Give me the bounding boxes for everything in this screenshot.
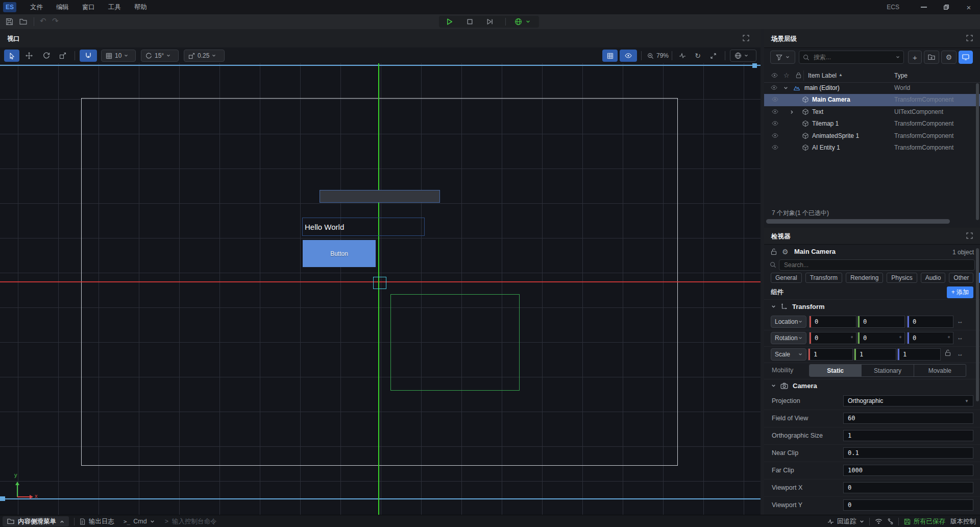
far-clip-input[interactable]: 1000 <box>843 465 973 476</box>
inspector-search-box[interactable] <box>779 259 975 271</box>
link-axes-icon[interactable]: ↔ <box>957 334 963 341</box>
projection-dropdown[interactable]: Orthographic ▼ <box>843 395 973 406</box>
app-logo[interactable]: ES <box>3 2 16 12</box>
eye-icon[interactable] <box>771 84 777 91</box>
inspector-expand-button[interactable] <box>966 232 973 239</box>
uniform-scale-lock-icon[interactable] <box>945 349 951 356</box>
cmd-dropdown[interactable]: >_ Cmd <box>124 518 155 525</box>
menu-file[interactable]: 文件 <box>23 0 50 14</box>
network-status-button[interactable] <box>875 518 883 524</box>
ui-bounds-handle-bottom-left[interactable] <box>0 496 5 501</box>
menu-tools[interactable]: 工具 <box>102 0 128 14</box>
scale-tool-button[interactable] <box>55 50 70 62</box>
panel-divider[interactable] <box>761 29 764 515</box>
tree-row-main[interactable]: main (Editor) World <box>764 82 980 94</box>
mobility-static[interactable]: Static <box>810 365 862 376</box>
visibility-column-icon[interactable] <box>771 72 778 79</box>
transform-section-header[interactable]: Transform <box>764 299 980 314</box>
mobility-stationary[interactable]: Stationary <box>862 365 914 376</box>
step-button[interactable] <box>486 18 494 26</box>
menu-help[interactable]: 帮助 <box>128 0 154 14</box>
hierarchy-vscrollbar[interactable] <box>976 83 979 220</box>
chevron-down-icon[interactable] <box>783 86 788 90</box>
undo-button[interactable]: ↶ <box>40 17 46 25</box>
add-entity-button[interactable]: + <box>908 51 922 64</box>
favorite-column-icon[interactable]: ☆ <box>783 71 790 79</box>
eye-icon[interactable] <box>772 120 778 127</box>
zoom-level[interactable]: 79% <box>647 52 669 59</box>
display-mode-button[interactable] <box>959 51 973 64</box>
rotate-tool-button[interactable] <box>39 50 54 62</box>
hierarchy-hscrollbar[interactable] <box>766 219 950 224</box>
viewport-y-input[interactable]: 0 <box>843 499 973 511</box>
rotation-x-field[interactable]: 0° <box>809 332 856 344</box>
link-axes-icon[interactable]: ↔ <box>957 318 963 325</box>
tree-row-ai-entity[interactable]: AI Entity 1 TransformComponent <box>764 142 980 154</box>
viewport-expand-button[interactable] <box>743 35 749 41</box>
minimize-button[interactable] <box>913 0 935 14</box>
location-y-field[interactable]: 0 <box>857 316 905 328</box>
inspector-vscrollbar[interactable] <box>976 248 979 401</box>
unlock-icon[interactable] <box>771 248 777 255</box>
tree-row-tilemap[interactable]: Tilemap 1 TransformComponent <box>764 118 980 130</box>
ui-bounds-handle-top-right[interactable] <box>752 63 757 68</box>
eye-icon[interactable] <box>772 132 778 139</box>
filter-dropdown[interactable] <box>770 51 795 64</box>
save-status-button[interactable]: 所有已保存 <box>904 517 946 526</box>
tab-general[interactable]: General <box>771 273 802 283</box>
version-control-button[interactable]: 版本控制 <box>950 517 976 526</box>
console-input[interactable]: > 输入控制台命令 <box>165 517 217 526</box>
orthographic-size-input[interactable]: 1 <box>843 430 973 441</box>
rotation-y-field[interactable]: 0° <box>857 332 905 344</box>
column-type[interactable]: Type <box>894 72 908 79</box>
viewport-x-input[interactable]: 0 <box>843 482 973 493</box>
grid-snap-dropdown[interactable]: 10 <box>101 50 136 62</box>
rotation-label-dropdown[interactable]: Rotation <box>771 332 806 344</box>
scale-y-field[interactable]: 1 <box>854 348 896 361</box>
tab-other[interactable]: Other <box>949 273 973 283</box>
scale-x-field[interactable]: 1 <box>808 348 853 361</box>
snap-toggle-button[interactable] <box>80 50 97 62</box>
hierarchy-search-box[interactable] <box>799 51 904 64</box>
scale-z-field[interactable]: 1 <box>897 348 941 361</box>
inspector-search-input[interactable] <box>783 261 971 269</box>
eye-icon[interactable] <box>772 144 778 151</box>
scene-canvas[interactable]: Hello World Button y x <box>0 63 761 515</box>
open-project-button[interactable] <box>19 18 27 25</box>
location-x-field[interactable]: 0 <box>809 316 856 328</box>
visibility-toggle-button[interactable] <box>620 50 637 62</box>
new-folder-button[interactable] <box>924 51 939 64</box>
field-of-view-input[interactable]: 60 <box>843 413 973 424</box>
menu-window[interactable]: 窗口 <box>76 0 102 14</box>
tree-row-main-camera[interactable]: Main Camera TransformComponent <box>764 94 980 106</box>
maximize-button[interactable] <box>935 0 958 14</box>
tab-transform[interactable]: Transform <box>805 273 842 283</box>
scale-snap-dropdown[interactable]: 0.25 <box>184 50 225 62</box>
mobility-movable[interactable]: Movable <box>914 365 966 376</box>
source-control-branch-button[interactable] <box>888 518 893 525</box>
reset-view-button[interactable]: ↻ <box>691 50 704 62</box>
eye-icon[interactable] <box>772 108 778 115</box>
stats-button[interactable] <box>676 50 689 62</box>
location-z-field[interactable]: 0 <box>907 316 953 328</box>
chevron-right-icon[interactable] <box>790 110 794 114</box>
hierarchy-expand-button[interactable] <box>966 35 973 41</box>
tree-row-text[interactable]: Text UITextComponent <box>764 106 980 118</box>
origin-selection-box[interactable] <box>373 277 386 289</box>
scene-text-element[interactable]: Hello World <box>302 218 425 236</box>
tab-audio[interactable]: Audio <box>921 273 946 283</box>
redo-button[interactable]: ↷ <box>52 17 59 25</box>
run-mode-dropdown[interactable] <box>514 18 530 26</box>
play-button[interactable] <box>446 18 453 26</box>
select-tool-button[interactable] <box>4 50 19 62</box>
add-component-button[interactable]: + 添加 <box>947 286 973 298</box>
camera-section-header[interactable]: Camera <box>764 379 980 392</box>
content-drawer-button[interactable]: 内容侧滑菜单 <box>3 516 69 526</box>
rotation-snap-dropdown[interactable]: 15° <box>141 50 179 62</box>
tree-row-animatedsprite[interactable]: AnimatedSprite 1 TransformComponent <box>764 130 980 142</box>
grid-toggle-button[interactable] <box>602 50 618 62</box>
close-button[interactable]: × <box>958 0 980 14</box>
world-dropdown[interactable] <box>730 50 756 62</box>
tab-rendering[interactable]: Rendering <box>846 273 883 283</box>
rotation-z-field[interactable]: 0° <box>907 332 953 344</box>
